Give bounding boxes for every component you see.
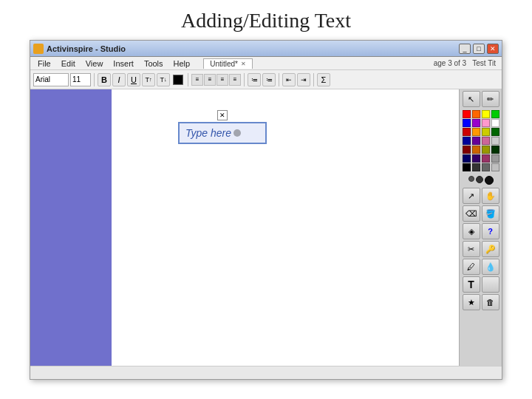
subscript-button[interactable]: T↓ bbox=[157, 73, 170, 86]
color-swatch[interactable] bbox=[482, 137, 490, 145]
separator-5 bbox=[313, 73, 314, 86]
color-swatch[interactable] bbox=[491, 146, 499, 154]
text-input-box[interactable]: Type here bbox=[178, 122, 267, 144]
tool-eyedropper-icon[interactable]: 💧 bbox=[482, 259, 499, 275]
color-swatch[interactable] bbox=[463, 119, 471, 127]
tool-row-5: ✂ 🔑 bbox=[461, 241, 500, 257]
tool-eraser-icon[interactable]: ⌫ bbox=[463, 205, 480, 222]
text-color-picker[interactable] bbox=[173, 75, 183, 85]
font-size-input[interactable] bbox=[70, 73, 91, 86]
text-box-close-icon[interactable]: ✕ bbox=[217, 110, 228, 120]
color-swatch[interactable] bbox=[491, 137, 499, 145]
menu-view[interactable]: View bbox=[81, 59, 108, 68]
title-bar: Activinspire - Studio _ □ ✕ bbox=[30, 41, 502, 57]
tool-star-icon[interactable]: ★ bbox=[463, 294, 480, 310]
list-ordered-button[interactable]: ≔ bbox=[262, 73, 276, 86]
main-area: ✕ Type here ↖ ✏ bbox=[30, 89, 502, 366]
indent-increase-button[interactable]: ⇥ bbox=[297, 73, 310, 86]
color-swatch[interactable] bbox=[463, 154, 471, 163]
minimize-button[interactable]: _ bbox=[459, 44, 471, 54]
tab-close-icon[interactable]: ✕ bbox=[241, 61, 246, 67]
color-swatch[interactable] bbox=[472, 137, 480, 145]
tool-row-8: ★ 🗑 bbox=[461, 294, 500, 310]
tool-hand-icon[interactable]: ✋ bbox=[482, 188, 499, 204]
tool-row-6: 🖊 💧 bbox=[461, 259, 500, 275]
app-icon bbox=[33, 44, 44, 54]
italic-button[interactable]: I bbox=[112, 73, 126, 86]
tool-row-1: ↖ ✏ bbox=[461, 91, 500, 107]
menu-file[interactable]: File bbox=[33, 59, 55, 68]
tool-select-icon[interactable]: ↖ bbox=[463, 91, 480, 107]
status-bar bbox=[30, 366, 502, 379]
tool-arrow-icon[interactable]: ↗ bbox=[463, 188, 480, 204]
color-swatch[interactable] bbox=[472, 128, 480, 136]
color-swatch[interactable] bbox=[463, 110, 471, 118]
color-swatch[interactable] bbox=[472, 119, 480, 127]
color-swatch[interactable] bbox=[491, 119, 499, 127]
tool-empty-icon[interactable] bbox=[482, 276, 499, 293]
page-title: Adding/Editing Text bbox=[0, 0, 532, 40]
tab-area: Untitled* ✕ bbox=[203, 58, 253, 69]
tool-pen-icon[interactable]: ✏ bbox=[482, 91, 499, 107]
color-swatch[interactable] bbox=[463, 128, 471, 136]
separator-4 bbox=[279, 73, 279, 86]
color-swatch[interactable] bbox=[482, 163, 490, 171]
separator-2 bbox=[188, 73, 188, 86]
color-swatch[interactable] bbox=[463, 137, 471, 145]
menu-tools[interactable]: Tools bbox=[140, 59, 168, 68]
menu-insert[interactable]: Insert bbox=[109, 59, 138, 68]
color-palette bbox=[461, 109, 500, 173]
font-name-input[interactable] bbox=[33, 73, 69, 86]
tool-scissors-icon[interactable]: ✂ bbox=[463, 241, 480, 257]
maximize-button[interactable]: □ bbox=[473, 44, 485, 54]
left-panel bbox=[30, 89, 112, 366]
color-swatch[interactable] bbox=[472, 146, 480, 154]
list-unordered-button[interactable]: ≔ bbox=[248, 73, 261, 86]
color-swatch[interactable] bbox=[491, 163, 499, 171]
menu-help[interactable]: Help bbox=[169, 59, 195, 68]
color-swatch[interactable] bbox=[482, 146, 490, 154]
tool-pencil2-icon[interactable]: 🖊 bbox=[463, 259, 480, 275]
color-swatch[interactable] bbox=[482, 154, 490, 163]
color-swatch[interactable] bbox=[482, 128, 490, 136]
app-window: Activinspire - Studio _ □ ✕ File Edit Vi… bbox=[30, 40, 502, 380]
align-center-button[interactable]: ≡ bbox=[204, 74, 216, 86]
tool-row-4: ◈ ? bbox=[461, 223, 500, 239]
sigma-button[interactable]: Σ bbox=[317, 73, 330, 86]
tool-stamp-icon[interactable]: ◈ bbox=[463, 223, 480, 239]
separator-3 bbox=[244, 73, 245, 86]
tab-label: Untitled* bbox=[210, 60, 238, 68]
color-swatch[interactable] bbox=[482, 119, 490, 127]
tool-key-icon[interactable]: 🔑 bbox=[482, 241, 499, 257]
text-cursor bbox=[233, 129, 241, 137]
color-swatch[interactable] bbox=[463, 163, 471, 171]
type-here-label: Type here bbox=[185, 127, 231, 139]
tab-untitled[interactable]: Untitled* ✕ bbox=[203, 58, 253, 69]
align-left-button[interactable]: ≡ bbox=[191, 74, 203, 86]
tool-trash-icon[interactable]: 🗑 bbox=[482, 294, 499, 310]
align-right-button[interactable]: ≡ bbox=[216, 74, 228, 86]
right-panel: ↖ ✏ ↗ ✋ ⌫ 🪣 ◈ ? bbox=[459, 89, 502, 366]
menu-edit[interactable]: Edit bbox=[57, 59, 80, 68]
tool-question-icon[interactable]: ? bbox=[482, 223, 499, 239]
tool-bucket-icon[interactable]: 🪣 bbox=[482, 205, 499, 222]
color-swatch[interactable] bbox=[491, 110, 499, 118]
color-swatch[interactable] bbox=[472, 154, 480, 163]
dot-small bbox=[468, 176, 474, 182]
color-swatch[interactable] bbox=[472, 163, 480, 171]
tool-text-icon[interactable]: T bbox=[463, 276, 480, 293]
superscript-button[interactable]: T↑ bbox=[142, 73, 155, 86]
color-swatch[interactable] bbox=[491, 128, 499, 136]
menu-bar: File Edit View Insert Tools Help Untitle… bbox=[30, 57, 502, 70]
underline-button[interactable]: U bbox=[127, 73, 140, 86]
indent-decrease-button[interactable]: ⇤ bbox=[282, 73, 296, 86]
color-swatch[interactable] bbox=[463, 146, 471, 154]
page-indicator: age 3 of 3 Test Tit bbox=[434, 59, 499, 67]
bold-button[interactable]: B bbox=[98, 73, 111, 86]
align-justify-button[interactable]: ≡ bbox=[229, 74, 241, 86]
close-button[interactable]: ✕ bbox=[487, 44, 499, 54]
color-swatch[interactable] bbox=[491, 154, 499, 163]
color-swatch[interactable] bbox=[472, 110, 480, 118]
color-swatch[interactable] bbox=[482, 110, 490, 118]
canvas-area[interactable]: ✕ Type here bbox=[112, 89, 459, 366]
